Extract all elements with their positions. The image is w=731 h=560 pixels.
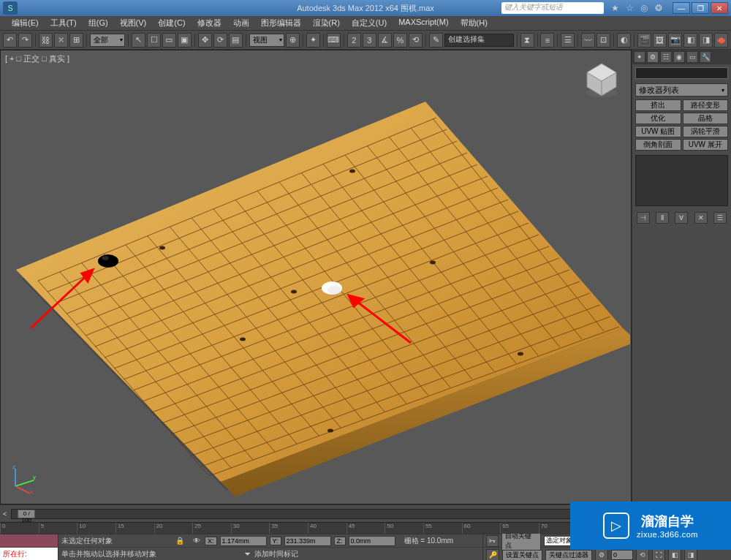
close-button[interactable]: ✕ [711,2,728,14]
time-marker[interactable]: 0 / 100 [18,510,35,518]
named-selection-input[interactable]: 创建选择集 [444,34,514,47]
menu-maxscript[interactable]: MAXScript(M) [393,16,454,30]
selection-filter-dropdown[interactable]: 全部 [90,34,125,47]
lock-icon[interactable]: 🔒 [175,537,184,545]
z-input[interactable] [349,536,395,546]
snap-2d-button[interactable]: 2 [347,33,361,48]
pin-stack-button[interactable]: ⊣ [637,212,650,224]
schematic-button[interactable]: ⊡ [596,33,610,48]
menu-rendering[interactable]: 渲染(R) [307,16,346,30]
tab-utilities[interactable]: 🔧 [700,51,711,63]
time-nav-left[interactable]: < [3,510,7,518]
extra-tool-1[interactable]: ◧ [683,33,697,48]
layers-button[interactable]: ☰ [561,33,575,48]
info-icon[interactable]: ◎ [640,3,651,13]
menu-edit[interactable]: 编辑(E) [6,16,45,30]
teapot-icon[interactable]: 🫖 [714,33,728,48]
set-key-icon[interactable]: 🔑 [486,549,499,560]
menu-modifiers[interactable]: 修改器 [192,16,227,30]
minimize-button[interactable]: — [673,2,690,14]
menu-graph-editors[interactable]: 图形编辑器 [255,16,307,30]
angle-snap-button[interactable]: ∡ [378,33,392,48]
rotate-button[interactable]: ⟳ [213,33,227,48]
add-time-tag[interactable]: 添加时间标记 [254,549,298,559]
modifier-uvwunwrap[interactable]: UVW 展开 [683,139,729,151]
modifier-pathdeform[interactable]: 路径变形 [683,99,729,111]
unlink-button[interactable]: ⤫ [54,33,68,48]
move-button[interactable]: ✥ [198,33,212,48]
menu-view[interactable]: 视图(V) [114,16,153,30]
region-rect-button[interactable]: ▭ [162,33,176,48]
y-input[interactable] [284,536,331,546]
snap-3d-button[interactable]: 3 [363,33,376,48]
tab-motion[interactable]: ◉ [673,51,685,63]
set-key-button[interactable]: 设置关键点 [502,550,542,561]
isolate-icon[interactable]: 👁 [193,537,200,545]
link-button[interactable]: ⛓ [39,33,53,48]
menu-customize[interactable]: 自定义(U) [346,16,393,30]
modifier-extrude[interactable]: 挤出 [635,99,681,111]
nav-extra2-button[interactable]: ◨ [684,549,697,560]
select-manipulate-button[interactable]: ✦ [306,33,320,48]
time-tag-icon[interactable]: ⏷ [244,550,251,558]
viewport-label[interactable]: [ + □ 正交 □ 真实 ] [5,53,69,64]
keyboard-shortcut-button[interactable]: ⌨ [327,33,341,48]
object-color-swatch[interactable] [635,67,728,79]
menu-create[interactable]: 创建(C) [152,16,191,30]
spinner-snap-button[interactable]: ⟲ [409,33,423,48]
configure-sets-button[interactable]: ☰ [713,212,727,224]
scale-button[interactable]: ▤ [229,33,243,48]
select-button[interactable]: ↖ [132,33,145,48]
menu-animation[interactable]: 动画 [227,16,255,30]
render-frame-button[interactable]: 🖼 [653,33,667,48]
bind-button[interactable]: ⊞ [69,33,83,48]
curve-editor-button[interactable]: 〰 [581,33,595,48]
viewport[interactable]: [ + □ 正交 □ 真实 ] [0,50,632,504]
key-mode-button[interactable]: 🗝 [486,535,499,547]
ref-coord-dropdown[interactable]: 视图 [249,34,284,47]
modifier-turbosmooth[interactable]: 涡轮平滑 [683,126,729,137]
app-logo[interactable]: S [3,1,18,15]
menu-tools[interactable]: 工具(T) [45,16,83,30]
modifier-list-dropdown[interactable]: 修改器列表 [635,83,728,97]
percent-snap-button[interactable]: % [393,33,407,48]
time-config-button[interactable]: ⚙ [595,549,608,560]
search-input[interactable]: 键入关键字或短语 [501,2,604,14]
tab-hierarchy[interactable]: ☷ [660,51,672,63]
window-crossing-button[interactable]: ▣ [178,33,192,48]
redo-button[interactable]: ↷ [18,33,32,48]
pivot-button[interactable]: ⊕ [286,33,300,48]
frame-input[interactable] [611,550,633,560]
show-end-result-button[interactable]: Ⅱ [656,212,669,224]
render-button[interactable]: 📷 [668,33,682,48]
make-unique-button[interactable]: ∀ [675,212,688,224]
key-filter-button[interactable]: 关键点过滤器 [545,550,592,561]
tab-create[interactable]: ✦ [634,51,645,63]
x-input[interactable] [220,536,267,546]
help-icon[interactable]: ☆ [626,3,636,13]
modifier-bevelprofile[interactable]: 倒角剖面 [635,139,681,151]
align-button[interactable]: ≡ [540,33,554,48]
render-setup-button[interactable]: 🎬 [637,33,651,48]
modifier-optimize[interactable]: 优化 [635,113,681,124]
star-icon[interactable]: ★ [611,3,621,13]
nav-extra1-button[interactable]: ◧ [668,549,681,560]
globe-icon[interactable]: ❂ [655,3,665,13]
material-editor-button[interactable]: ◐ [617,33,631,48]
menu-help[interactable]: 帮助(H) [455,16,493,30]
select-name-button[interactable]: ☐ [147,33,161,48]
maximize-button[interactable]: ❐ [692,2,709,14]
extra-tool-2[interactable]: ◨ [699,33,713,48]
tab-display[interactable]: ▭ [686,51,698,63]
modifier-uvwmap[interactable]: UVW 贴图 [635,126,681,137]
nav-orbit-button[interactable]: ⟲ [636,549,649,560]
menu-group[interactable]: 组(G) [83,16,114,30]
modifier-stack[interactable] [635,155,728,206]
undo-button[interactable]: ↶ [3,33,17,48]
mirror-button[interactable]: ⧗ [520,33,534,48]
remove-modifier-button[interactable]: ✕ [694,212,708,224]
viewcube[interactable] [580,58,624,102]
modifier-lattice[interactable]: 晶格 [683,113,729,124]
tab-modify[interactable]: ⚙ [647,51,659,63]
edit-selection-button[interactable]: ✎ [429,33,443,48]
